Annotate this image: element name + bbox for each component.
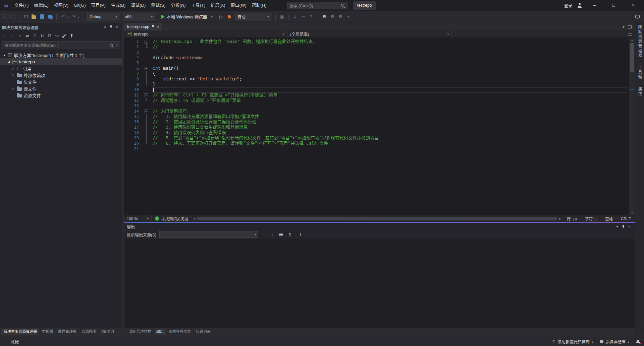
background-tasks-icon[interactable]	[4, 340, 8, 343]
menu-item-工具(T)[interactable]: 工具(T)	[189, 0, 208, 11]
tree-item-外部依赖项[interactable]: ▷外部依赖项	[0, 72, 122, 78]
window-position-icon[interactable]: ▾	[102, 24, 108, 30]
pin-panel-icon[interactable]	[108, 24, 114, 30]
minimize-button[interactable]: ─	[587, 0, 602, 11]
toolbar-overflow-icon[interactable]: ▾	[345, 13, 352, 20]
solution-platforms-dropdown[interactable]: x64 ▾	[123, 13, 155, 20]
editor-horizontal-scrollbar[interactable]	[197, 217, 557, 221]
hot-reload-options-dropdown[interactable]: 自动 ▾	[235, 13, 271, 20]
solution-name-chip[interactable]: testrepo	[353, 1, 376, 10]
previous-message-icon[interactable]: ↑	[260, 231, 267, 238]
code-line-5[interactable]: 5	[124, 60, 629, 66]
open-file-icon[interactable]	[31, 13, 37, 20]
panel-tab-错误列表[interactable]: 错误列表	[194, 329, 213, 335]
project-scope-dropdown[interactable]: ++ testrepo ▾	[124, 30, 287, 38]
apply-code-changes-icon[interactable]: ▣	[279, 13, 285, 20]
close-button[interactable]: ×	[626, 0, 641, 11]
code-line-21[interactable]: 21	[124, 146, 629, 151]
cursor-line-indicator[interactable]: 行: 10	[562, 216, 581, 221]
code-line-9[interactable]: 9}	[124, 82, 629, 87]
redo-dropdown-icon[interactable]: ▾	[78, 16, 79, 19]
code-line-4[interactable]: 4#include <iostream>	[124, 55, 629, 60]
se-preview-pin-icon[interactable]	[68, 32, 75, 39]
tree-item-源文件[interactable]: ▷源文件	[0, 85, 122, 92]
tree-item-资源文件[interactable]: 资源文件	[0, 92, 122, 98]
scrollbar-thumb[interactable]	[630, 43, 634, 72]
tree-item-头文件[interactable]: 头文件	[0, 78, 122, 85]
panel-tab-Git 更改[interactable]: Git 更改	[99, 329, 117, 335]
code-line-1[interactable]: 1−// testrepo.cpp : 此文件包含 "main" 函数。程序执行…	[124, 39, 629, 44]
step-out-icon[interactable]: ↥	[308, 13, 315, 20]
autohide-tab-团队资源管理器[interactable]: 团队资源管理器	[636, 25, 644, 58]
menu-item-分析(N)[interactable]: 分析(N)	[168, 0, 189, 11]
se-home-icon[interactable]: ⌂	[17, 32, 23, 39]
solution-explorer-header[interactable]: 解决方案资源管理器 ▾ ×	[0, 23, 122, 31]
menu-item-窗口(W)[interactable]: 窗口(W)	[228, 0, 249, 11]
send-feedback-icon[interactable]	[634, 13, 641, 20]
fold-indicator[interactable]: −	[139, 66, 151, 71]
cursor-column-indicator[interactable]: 字符: 1	[581, 216, 601, 221]
window-position-icon[interactable]: ▾	[614, 223, 620, 229]
menu-item-生成(B)[interactable]: 生成(B)	[108, 0, 128, 11]
code-line-7[interactable]: 7{	[124, 71, 629, 76]
se-properties-icon[interactable]	[61, 32, 67, 39]
panel-tab-输出[interactable]: 输出	[154, 329, 166, 335]
save-all-icon[interactable]	[47, 13, 53, 20]
next-message-icon[interactable]: ↓	[269, 231, 276, 238]
fold-indicator[interactable]: −	[139, 39, 151, 44]
collapse-arrow-icon[interactable]: ◢	[7, 60, 11, 63]
output-source-dropdown[interactable]: ▾	[159, 231, 258, 238]
code-line-20[interactable]: 20// 6. 将来，若要再次打开此项目，请转到“文件”>“打开”>“项目”并选…	[124, 141, 629, 146]
menu-item-调试(D)[interactable]: 调试(D)	[128, 0, 148, 11]
navigate-backward-icon[interactable]: ←	[3, 14, 9, 19]
code-line-15[interactable]: 15// 1. 使用解决方案资源管理器窗口添加/管理文件	[124, 114, 629, 119]
zoom-level-dropdown[interactable]: 100 % ▾	[124, 215, 152, 222]
editor-vertical-scrollbar[interactable]: ▲ ▼	[629, 38, 635, 215]
new-project-icon[interactable]	[22, 13, 29, 20]
quick-search-box[interactable]: 搜索 (Ctrl+Q)	[287, 2, 347, 9]
tree-item-解决方案"testrepo"(1 个项目/共 1 个)[interactable]: ◢解决方案"testrepo"(1 个项目/共 1 个)	[0, 52, 122, 58]
collapse-region-icon[interactable]: −	[145, 110, 148, 113]
add-to-source-control-button[interactable]: ↥ 添加到源代码管理 ▴	[552, 339, 593, 345]
code-line-13[interactable]: 13	[124, 103, 629, 109]
se-view-code-icon[interactable]: <>	[54, 32, 60, 39]
panel-tab-属性管理器[interactable]: 属性管理器	[56, 329, 79, 335]
code-line-19[interactable]: 19// 5. 转到“项目”>“添加新项”以创建新的代码文件，或转到“项目”>“…	[124, 135, 629, 141]
start-debugging-button[interactable]: 本地 Windows 调试器 ▾	[159, 13, 215, 21]
menu-item-测试(S)[interactable]: 测试(S)	[148, 0, 168, 11]
scroll-down-icon[interactable]: ▼	[629, 211, 635, 214]
toggle-autoscroll-icon[interactable]	[295, 231, 302, 238]
code-line-11[interactable]: 11−// 运行程序: Ctrl + F5 或调试 >“开始执行(不调试)”菜单	[124, 92, 629, 98]
collapse-region-icon[interactable]: −	[145, 67, 148, 70]
menu-item-文件(F)[interactable]: 文件(F)	[12, 0, 32, 11]
expand-arrow-icon[interactable]: ▷	[11, 67, 15, 70]
step-into-icon[interactable]: ↧	[292, 13, 299, 20]
close-tab-icon[interactable]: ×	[157, 24, 159, 29]
collapse-region-icon[interactable]: −	[145, 93, 148, 97]
se-back-icon[interactable]: ←	[2, 32, 8, 39]
autohide-tab-属性[interactable]: 属性	[636, 87, 644, 96]
se-forward-icon[interactable]: →	[9, 32, 16, 39]
code-line-18[interactable]: 18// 4. 使用错误列表窗口查看错误	[124, 130, 629, 135]
panel-tab-调用层次结构[interactable]: 调用层次结构	[127, 329, 154, 335]
solution-configurations-dropdown[interactable]: Debug ▾	[87, 13, 119, 20]
se-filter-icon[interactable]: ∇	[32, 32, 38, 39]
code-line-3[interactable]: 3	[124, 50, 629, 55]
undo-icon[interactable]: ↶	[60, 13, 66, 20]
visual-studio-logo-icon[interactable]: ∞	[2, 0, 12, 10]
fold-indicator[interactable]: −	[139, 92, 151, 98]
step-over-icon[interactable]: ↪	[300, 13, 307, 20]
word-wrap-icon[interactable]: ¶	[286, 231, 293, 238]
se-search-box[interactable]: 搜索解决方案资源管理器(Ctrl+;) ▾	[2, 41, 120, 49]
indentation-indicator[interactable]: 空格	[601, 216, 617, 221]
menu-item-扩展(X)[interactable]: 扩展(X)	[208, 0, 228, 11]
menu-item-项目(P)[interactable]: 项目(P)	[89, 0, 108, 11]
undo-dropdown-icon[interactable]: ▾	[67, 16, 68, 19]
panel-tab-类视图[interactable]: 类视图	[40, 329, 55, 335]
code-line-8[interactable]: 8 std::cout << "Hello World!\n";	[124, 76, 629, 82]
expand-arrow-icon[interactable]: ▷	[11, 87, 15, 90]
panel-tab-解决方案资源管理器[interactable]: 解决方案资源管理器	[1, 329, 39, 335]
code-line-17[interactable]: 17// 3. 使用输出窗口查看生成输出和其他消息	[124, 125, 629, 130]
notifications-bell-icon[interactable]	[636, 340, 640, 344]
scroll-right-icon[interactable]: ▶	[558, 217, 563, 220]
